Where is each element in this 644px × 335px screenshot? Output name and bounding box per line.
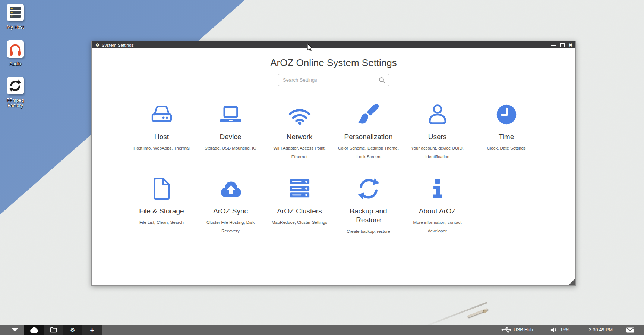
category-title: Users: [409, 132, 466, 141]
user-icon: [403, 101, 472, 128]
category-subtitle: Create backup, restore: [335, 227, 402, 236]
laptop-icon: [196, 101, 265, 128]
category-subtitle: File List, Clean, Search: [129, 218, 195, 227]
category-subtitle: MapReduce, Cluster Settings: [266, 218, 333, 227]
cloud-icon: [29, 326, 39, 333]
info-icon: [403, 175, 472, 202]
cloud-upload-icon: [196, 175, 265, 202]
window-title: System Settings: [102, 43, 134, 47]
wall-hole: [483, 310, 487, 313]
window-content: ArOZ Online System Settings: [92, 48, 575, 286]
settings-category-grid: Host Host Info, WebApps, Thermal Device …: [127, 101, 540, 236]
speaker-icon: [550, 326, 558, 333]
category-title: Network: [271, 132, 328, 141]
settings-category-time[interactable]: Time Clock, Date Settings: [472, 101, 541, 161]
wifi-icon: [265, 101, 334, 128]
plus-icon: +: [90, 326, 94, 334]
category-subtitle: Clock, Date Settings: [473, 144, 540, 153]
gear-icon: ⚙: [95, 43, 100, 47]
settings-category-host[interactable]: Host Host Info, WebApps, Thermal: [127, 101, 196, 161]
desktop-icon-ffmpeg-factory[interactable]: FFmpeg Factory: [0, 77, 31, 108]
refresh-icon: [334, 175, 403, 202]
category-subtitle: Host Info, WebApps, Thermal: [129, 144, 195, 153]
category-title: Host: [133, 132, 190, 141]
category-title: About ArOZ: [409, 207, 466, 216]
search-input[interactable]: [278, 74, 389, 86]
category-title: Device: [202, 132, 259, 141]
category-subtitle: More information, contact developer: [404, 218, 471, 235]
taskbar-folder-button[interactable]: [44, 325, 63, 335]
desktop-icon-audio[interactable]: Audio: [0, 40, 31, 66]
category-title: File & Storage: [133, 207, 190, 216]
category-title: Personalization: [340, 132, 397, 141]
window-resize-handle[interactable]: [569, 279, 575, 285]
category-title: ArOZ Sync: [202, 207, 259, 216]
settings-category-file-storage[interactable]: File & Storage File List, Clean, Search: [127, 175, 196, 236]
search-box: [278, 74, 389, 86]
category-subtitle: Your account, device UUID, Identificatio…: [404, 144, 471, 161]
usb-status[interactable]: USB Hub: [501, 326, 533, 333]
headphones-icon: [7, 40, 24, 58]
usb-icon: [501, 326, 511, 333]
settings-category-users[interactable]: Users Your account, device UUID, Identif…: [403, 101, 472, 161]
window-titlebar[interactable]: ⚙ System Settings ✖: [92, 41, 575, 48]
category-title: ArOZ Clusters: [271, 207, 328, 216]
settings-category-backup-restore[interactable]: Backup and Restore Create backup, restor…: [334, 175, 403, 236]
close-button[interactable]: ✖: [569, 43, 572, 47]
volume-status[interactable]: 15%: [550, 326, 569, 333]
settings-category-device[interactable]: Device Storage, USB Mounting, IO: [196, 101, 265, 161]
usb-label: USB Hub: [514, 327, 533, 332]
file-icon: [127, 175, 196, 202]
recycle-arrows-icon: [7, 77, 24, 94]
taskbar-settings-button[interactable]: ⚙: [63, 325, 82, 335]
taskbar: ⚙ + USB Hub 15% 3:30:49 PM: [0, 325, 644, 335]
clock-status[interactable]: 3:30:49 PM: [589, 327, 613, 332]
system-settings-window: ⚙ System Settings ✖ ArOZ Online System S…: [91, 41, 576, 286]
wall-shadow: [422, 302, 487, 328]
desktop-icon-list: My Host Audio FFmpeg Factory: [0, 4, 31, 119]
caret-down-icon: [12, 328, 18, 332]
category-subtitle: WiFi Adaptor, Access Point, Ethernet: [266, 144, 333, 161]
taskbar-status-area: USB Hub 15% 3:30:49 PM: [501, 326, 644, 333]
folder-icon: [50, 326, 57, 333]
volume-label: 15%: [560, 327, 569, 332]
settings-category-aroz-sync[interactable]: ArOZ Sync Cluster File Hosting, Disk Rec…: [196, 175, 265, 236]
desktop-icon-label: My Host: [0, 25, 31, 30]
gear-icon: ⚙: [70, 326, 75, 333]
search-icon: [379, 77, 385, 85]
clock-label: 3:30:49 PM: [589, 327, 613, 332]
window-controls: ✖: [551, 43, 572, 47]
server-rack-icon: [7, 4, 24, 21]
paint-brush-icon: [334, 101, 403, 128]
hdd-icon: [127, 101, 196, 128]
minimize-button[interactable]: [551, 45, 556, 46]
settings-category-aroz-clusters[interactable]: ArOZ Clusters MapReduce, Cluster Setting…: [265, 175, 334, 236]
settings-category-about-aroz[interactable]: About ArOZ More information, contact dev…: [403, 175, 472, 236]
category-subtitle: Cluster File Hosting, Disk Recovery: [198, 218, 264, 235]
desktop-icon-label: Audio: [0, 61, 31, 66]
server-icon: [265, 175, 334, 202]
category-subtitle: Color Scheme, Desktop Theme, Lock Screen: [335, 144, 402, 161]
taskbar-cloud-button[interactable]: [24, 325, 44, 335]
taskbar-add-button[interactable]: +: [82, 325, 102, 335]
maximize-button[interactable]: [560, 43, 565, 47]
category-subtitle: Storage, USB Mounting, IO: [198, 144, 264, 153]
settings-category-personalization[interactable]: Personalization Color Scheme, Desktop Th…: [334, 101, 403, 161]
taskbar-menu-button[interactable]: [6, 325, 24, 335]
envelope-icon: [626, 327, 634, 333]
category-title: Backup and Restore: [340, 207, 397, 225]
page-title: ArOZ Online System Settings: [92, 56, 575, 69]
settings-category-network[interactable]: Network WiFi Adaptor, Access Point, Ethe…: [265, 101, 334, 161]
desktop-icon-label: FFmpeg Factory: [0, 98, 31, 108]
desktop-icon-my-host[interactable]: My Host: [0, 4, 31, 30]
messages-tray[interactable]: [626, 327, 634, 333]
category-title: Time: [478, 132, 535, 141]
clock-icon: [472, 101, 541, 128]
desktop: { "desktop": { "icons": [ { "label": "My…: [0, 0, 644, 335]
